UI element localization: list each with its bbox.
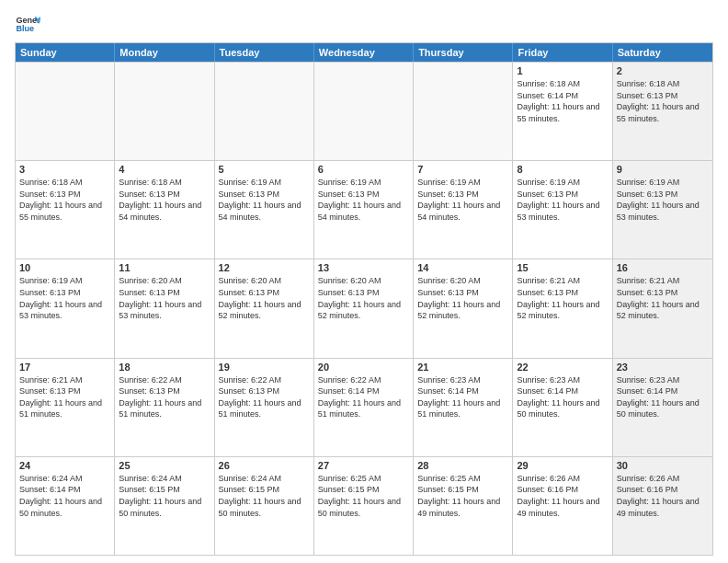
calendar-cell-4-4: 28Sunrise: 6:25 AM Sunset: 6:15 PM Dayli… [414, 457, 513, 555]
cell-detail-text: Sunrise: 6:20 AM Sunset: 6:13 PM Dayligh… [417, 275, 508, 321]
day-number: 9 [617, 164, 709, 175]
weekday-header-thursday: Thursday [414, 43, 513, 62]
cell-detail-text: Sunrise: 6:26 AM Sunset: 6:16 PM Dayligh… [617, 473, 709, 519]
day-number: 5 [219, 164, 310, 175]
cell-detail-text: Sunrise: 6:21 AM Sunset: 6:13 PM Dayligh… [517, 275, 608, 321]
day-number: 21 [417, 362, 508, 373]
day-number: 25 [119, 460, 210, 471]
cell-detail-text: Sunrise: 6:19 AM Sunset: 6:13 PM Dayligh… [617, 177, 709, 223]
day-number: 28 [417, 460, 508, 471]
calendar-cell-4-5: 29Sunrise: 6:26 AM Sunset: 6:16 PM Dayli… [513, 457, 612, 555]
day-number: 12 [219, 262, 310, 273]
calendar-row-3: 17Sunrise: 6:21 AM Sunset: 6:13 PM Dayli… [16, 358, 712, 456]
calendar-cell-0-4 [414, 63, 513, 160]
cell-detail-text: Sunrise: 6:21 AM Sunset: 6:13 PM Dayligh… [617, 275, 709, 321]
svg-text:Blue: Blue [16, 24, 34, 33]
cell-detail-text: Sunrise: 6:19 AM Sunset: 6:13 PM Dayligh… [417, 177, 508, 223]
cell-detail-text: Sunrise: 6:19 AM Sunset: 6:13 PM Dayligh… [318, 177, 409, 223]
header: General Blue [15, 11, 713, 37]
cell-detail-text: Sunrise: 6:18 AM Sunset: 6:13 PM Dayligh… [617, 78, 709, 124]
calendar: SundayMondayTuesdayWednesdayThursdayFrid… [15, 42, 713, 556]
calendar-cell-2-0: 10Sunrise: 6:19 AM Sunset: 6:13 PM Dayli… [16, 259, 115, 357]
cell-detail-text: Sunrise: 6:23 AM Sunset: 6:14 PM Dayligh… [617, 374, 709, 420]
day-number: 10 [19, 262, 110, 273]
cell-detail-text: Sunrise: 6:26 AM Sunset: 6:16 PM Dayligh… [517, 473, 608, 519]
calendar-cell-2-6: 16Sunrise: 6:21 AM Sunset: 6:13 PM Dayli… [613, 259, 712, 357]
calendar-cell-3-4: 21Sunrise: 6:23 AM Sunset: 6:14 PM Dayli… [414, 359, 513, 456]
calendar-cell-0-2 [215, 63, 314, 160]
cell-detail-text: Sunrise: 6:20 AM Sunset: 6:13 PM Dayligh… [119, 275, 210, 321]
weekday-header-saturday: Saturday [613, 43, 712, 62]
day-number: 22 [517, 362, 608, 373]
calendar-cell-4-6: 30Sunrise: 6:26 AM Sunset: 6:16 PM Dayli… [613, 457, 712, 555]
day-number: 29 [517, 460, 608, 471]
cell-detail-text: Sunrise: 6:20 AM Sunset: 6:13 PM Dayligh… [219, 275, 310, 321]
cell-detail-text: Sunrise: 6:25 AM Sunset: 6:15 PM Dayligh… [318, 473, 409, 519]
day-number: 30 [617, 460, 709, 471]
day-number: 6 [318, 164, 409, 175]
weekday-header-sunday: Sunday [16, 43, 115, 62]
day-number: 2 [617, 65, 709, 76]
calendar-row-0: 1Sunrise: 6:18 AM Sunset: 6:14 PM Daylig… [16, 62, 712, 160]
cell-detail-text: Sunrise: 6:20 AM Sunset: 6:13 PM Dayligh… [318, 275, 409, 321]
calendar-cell-3-6: 23Sunrise: 6:23 AM Sunset: 6:14 PM Dayli… [613, 359, 712, 456]
cell-detail-text: Sunrise: 6:21 AM Sunset: 6:13 PM Dayligh… [19, 374, 110, 420]
day-number: 16 [617, 262, 709, 273]
calendar-header: SundayMondayTuesdayWednesdayThursdayFrid… [16, 43, 712, 62]
cell-detail-text: Sunrise: 6:19 AM Sunset: 6:13 PM Dayligh… [19, 275, 110, 321]
weekday-header-monday: Monday [115, 43, 214, 62]
calendar-cell-3-2: 19Sunrise: 6:22 AM Sunset: 6:13 PM Dayli… [215, 359, 314, 456]
calendar-cell-1-3: 6Sunrise: 6:19 AM Sunset: 6:13 PM Daylig… [314, 161, 414, 259]
day-number: 1 [517, 65, 608, 76]
day-number: 3 [19, 164, 110, 175]
calendar-row-4: 24Sunrise: 6:24 AM Sunset: 6:14 PM Dayli… [16, 456, 712, 555]
calendar-cell-4-0: 24Sunrise: 6:24 AM Sunset: 6:14 PM Dayli… [16, 457, 115, 555]
calendar-row-1: 3Sunrise: 6:18 AM Sunset: 6:13 PM Daylig… [16, 160, 712, 259]
calendar-cell-3-0: 17Sunrise: 6:21 AM Sunset: 6:13 PM Dayli… [16, 359, 115, 456]
cell-detail-text: Sunrise: 6:22 AM Sunset: 6:14 PM Dayligh… [318, 374, 409, 420]
calendar-row-2: 10Sunrise: 6:19 AM Sunset: 6:13 PM Dayli… [16, 259, 712, 357]
calendar-cell-1-1: 4Sunrise: 6:18 AM Sunset: 6:13 PM Daylig… [115, 161, 214, 259]
calendar-cell-3-5: 22Sunrise: 6:23 AM Sunset: 6:14 PM Dayli… [513, 359, 612, 456]
calendar-body: 1Sunrise: 6:18 AM Sunset: 6:14 PM Daylig… [16, 62, 712, 555]
calendar-cell-2-5: 15Sunrise: 6:21 AM Sunset: 6:13 PM Dayli… [513, 259, 612, 357]
calendar-cell-4-3: 27Sunrise: 6:25 AM Sunset: 6:15 PM Dayli… [314, 457, 414, 555]
calendar-cell-1-5: 8Sunrise: 6:19 AM Sunset: 6:13 PM Daylig… [513, 161, 612, 259]
page: General Blue SundayMondayTuesdayWednesda… [0, 0, 728, 563]
logo: General Blue [15, 11, 40, 37]
cell-detail-text: Sunrise: 6:24 AM Sunset: 6:15 PM Dayligh… [119, 473, 210, 519]
day-number: 15 [517, 262, 608, 273]
calendar-cell-4-2: 26Sunrise: 6:24 AM Sunset: 6:15 PM Dayli… [215, 457, 314, 555]
cell-detail-text: Sunrise: 6:24 AM Sunset: 6:14 PM Dayligh… [19, 473, 110, 519]
calendar-cell-3-1: 18Sunrise: 6:22 AM Sunset: 6:13 PM Dayli… [115, 359, 214, 456]
calendar-cell-1-4: 7Sunrise: 6:19 AM Sunset: 6:13 PM Daylig… [414, 161, 513, 259]
cell-detail-text: Sunrise: 6:19 AM Sunset: 6:13 PM Dayligh… [517, 177, 608, 223]
day-number: 27 [318, 460, 409, 471]
day-number: 4 [119, 164, 210, 175]
day-number: 20 [318, 362, 409, 373]
day-number: 18 [119, 362, 210, 373]
day-number: 11 [119, 262, 210, 273]
weekday-header-wednesday: Wednesday [314, 43, 414, 62]
cell-detail-text: Sunrise: 6:18 AM Sunset: 6:14 PM Dayligh… [517, 78, 608, 124]
calendar-cell-3-3: 20Sunrise: 6:22 AM Sunset: 6:14 PM Dayli… [314, 359, 414, 456]
cell-detail-text: Sunrise: 6:24 AM Sunset: 6:15 PM Dayligh… [219, 473, 310, 519]
cell-detail-text: Sunrise: 6:23 AM Sunset: 6:14 PM Dayligh… [517, 374, 608, 420]
calendar-cell-0-6: 2Sunrise: 6:18 AM Sunset: 6:13 PM Daylig… [613, 63, 712, 160]
cell-detail-text: Sunrise: 6:22 AM Sunset: 6:13 PM Dayligh… [219, 374, 310, 420]
cell-detail-text: Sunrise: 6:23 AM Sunset: 6:14 PM Dayligh… [417, 374, 508, 420]
calendar-cell-1-6: 9Sunrise: 6:19 AM Sunset: 6:13 PM Daylig… [613, 161, 712, 259]
day-number: 17 [19, 362, 110, 373]
cell-detail-text: Sunrise: 6:18 AM Sunset: 6:13 PM Dayligh… [119, 177, 210, 223]
logo-icon: General Blue [15, 11, 40, 37]
calendar-cell-1-2: 5Sunrise: 6:19 AM Sunset: 6:13 PM Daylig… [215, 161, 314, 259]
calendar-cell-2-2: 12Sunrise: 6:20 AM Sunset: 6:13 PM Dayli… [215, 259, 314, 357]
day-number: 19 [219, 362, 310, 373]
cell-detail-text: Sunrise: 6:25 AM Sunset: 6:15 PM Dayligh… [417, 473, 508, 519]
calendar-cell-4-1: 25Sunrise: 6:24 AM Sunset: 6:15 PM Dayli… [115, 457, 214, 555]
calendar-cell-0-1 [115, 63, 214, 160]
day-number: 14 [417, 262, 508, 273]
calendar-cell-0-3 [314, 63, 414, 160]
day-number: 26 [219, 460, 310, 471]
calendar-cell-0-0 [16, 63, 115, 160]
